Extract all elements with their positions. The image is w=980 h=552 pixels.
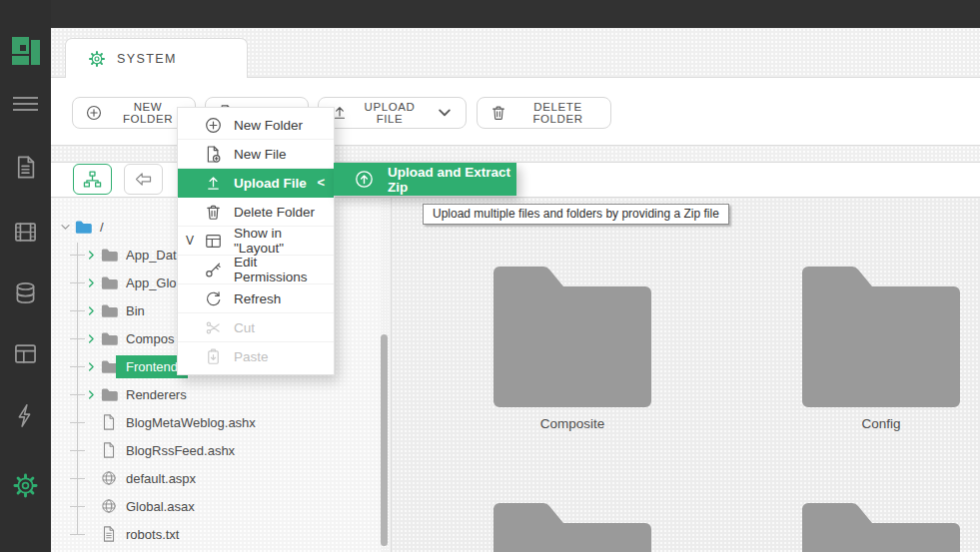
menu-item-upload-file[interactable]: Upload File< (178, 169, 334, 198)
button-label: UPLOAD FILE (359, 101, 421, 125)
globe-icon (100, 469, 118, 487)
context-submenu[interactable]: Upload and Extract Zip (334, 163, 516, 196)
globe-icon (100, 497, 118, 515)
tree-item-label: Bin (126, 303, 145, 318)
app-window: SYSTEM NEW FOLDERUPLOAD FILEDELETE FOLDE… (0, 0, 980, 552)
expander-right-icon[interactable] (85, 276, 98, 289)
tree-connector (70, 422, 85, 423)
tooltip-text: Upload multiple files and folders by pro… (433, 207, 719, 221)
sidebar (0, 0, 51, 552)
trash-icon (204, 203, 223, 222)
document-icon (12, 154, 39, 181)
tree-item-label: Renderers (126, 387, 187, 402)
menu-item-new-folder[interactable]: New Folder (178, 111, 334, 140)
back-button[interactable] (124, 164, 163, 195)
sidebar-item-system[interactable] (0, 465, 51, 505)
file-text-icon (100, 525, 118, 543)
folder-tile[interactable] (488, 493, 657, 552)
menu-item-edit-permissions[interactable]: Edit Permissions (178, 256, 334, 284)
folder-tile-config[interactable]: Config (796, 257, 966, 431)
menu-toggle-icon[interactable] (13, 97, 38, 113)
upload-file-button[interactable]: UPLOAD FILE (318, 97, 467, 129)
menu-item-delete-folder[interactable]: Delete Folder (178, 198, 334, 227)
folder-icon (100, 385, 118, 403)
plus-circle-icon (204, 116, 223, 135)
file-plus-icon (204, 145, 223, 164)
tree-connector (70, 534, 85, 535)
sidebar-item-functions[interactable] (0, 395, 51, 435)
tree-item-label: Global.asax (126, 499, 195, 514)
tree-connector (70, 310, 85, 311)
tree-item-renderers[interactable]: Renderers (51, 380, 391, 408)
tree-item-label: default.aspx (126, 471, 196, 486)
tab-system[interactable]: SYSTEM (65, 38, 248, 79)
menu-item-new-file[interactable]: New File (178, 140, 334, 169)
tree-item-label: robots.txt (126, 527, 179, 542)
database-icon (12, 279, 39, 306)
tree-item-label: App_Dat (126, 248, 177, 263)
tooltip: Upload multiple files and folders by pro… (423, 204, 729, 225)
arrow-left-icon (133, 169, 154, 190)
trash-icon (490, 104, 507, 122)
refresh-icon (204, 289, 223, 308)
menu-item-label: New Folder (234, 118, 303, 133)
settings-icon (12, 472, 39, 499)
tree-item-label: Compos (126, 331, 174, 346)
layout-icon (12, 340, 39, 367)
app-logo[interactable] (12, 37, 40, 65)
folder-tile-composite[interactable]: Composite (488, 257, 657, 431)
upload-circle-icon (354, 169, 375, 190)
button-label: DELETE FOLDER (517, 101, 598, 125)
gear-icon (88, 50, 106, 68)
folder-icon (100, 329, 118, 347)
tree-item-robots-txt[interactable]: robots.txt (51, 520, 391, 548)
menu-item-label: New File (234, 147, 287, 162)
submenu-marker-icon: < (317, 175, 325, 190)
menu-item-paste: Paste (178, 342, 334, 371)
tree-item-blogmetaweblog-ashx[interactable]: BlogMetaWeblog.ashx (51, 408, 391, 436)
delete-folder-button[interactable]: DELETE FOLDER (477, 97, 611, 129)
menu-item-label: Upload File (234, 176, 307, 191)
expander-right-icon[interactable] (85, 332, 98, 345)
tree-item-default-aspx[interactable]: default.aspx (51, 464, 391, 492)
lightning-icon (12, 402, 39, 429)
tab-label: SYSTEM (117, 52, 177, 66)
content-panel: CompositeConfig (392, 198, 980, 552)
menu-item-label: Cut (234, 320, 255, 335)
sidebar-item-data[interactable] (0, 273, 51, 312)
folder-icon (100, 301, 118, 319)
tree-connector (70, 506, 85, 507)
tree-connector (70, 282, 85, 283)
file-blank-icon (100, 441, 118, 459)
sidebar-item-layout[interactable] (0, 333, 51, 373)
clipboard-icon (204, 347, 223, 366)
tree-connector (70, 394, 85, 395)
menu-item-show-in-layout[interactable]: VShow in "Layout" (178, 227, 334, 256)
key-icon (204, 261, 223, 279)
tree-connector (70, 478, 85, 479)
menu-item-cut: Cut (178, 313, 334, 342)
org-chart-icon (82, 169, 103, 190)
file-blank-icon (100, 413, 118, 431)
menu-item-refresh[interactable]: Refresh (178, 284, 334, 313)
expander-down-icon[interactable] (59, 221, 72, 234)
expander-right-icon[interactable] (85, 388, 98, 401)
menu-item-label: Show in "Layout" (234, 226, 334, 256)
tree-item-blogrssfeed-ashx[interactable]: BlogRssFeed.ashx (51, 436, 391, 464)
film-icon (12, 219, 39, 246)
folder-tile[interactable] (796, 493, 966, 552)
expander-right-icon[interactable] (85, 249, 98, 262)
menu-item-label: Delete Folder (234, 205, 315, 220)
expander-right-icon[interactable] (85, 360, 98, 373)
tree-view-button[interactable] (73, 164, 112, 195)
tree-connector (70, 338, 85, 339)
context-menu: New FolderNew FileUpload File<Delete Fol… (177, 107, 335, 375)
sidebar-item-content[interactable] (0, 147, 51, 187)
tree-connector (70, 450, 85, 451)
expander-right-icon[interactable] (85, 304, 98, 317)
layout-icon (204, 232, 223, 251)
folder-icon (796, 257, 966, 407)
sidebar-item-media[interactable] (0, 212, 51, 252)
tree-item-global-asax[interactable]: Global.asax (51, 492, 391, 520)
plus-circle-icon (85, 104, 103, 122)
